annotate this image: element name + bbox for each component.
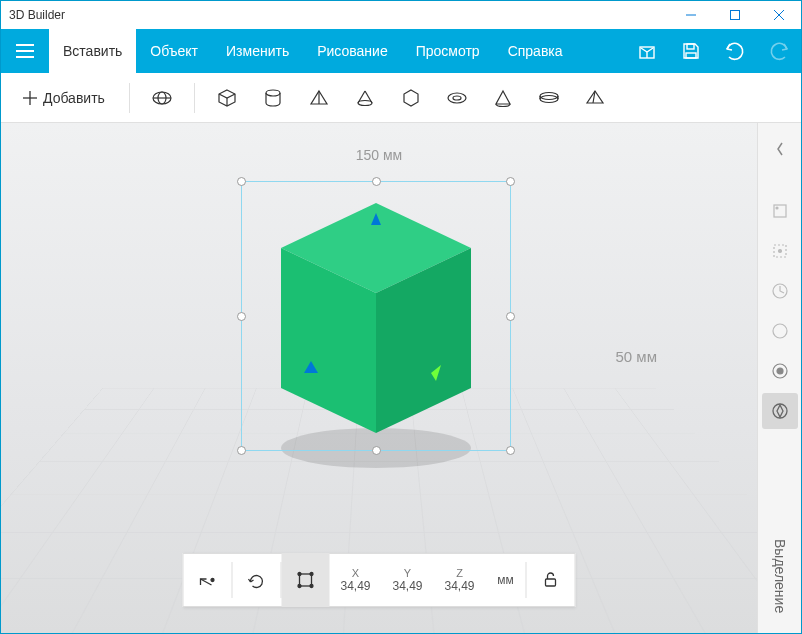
- hexagon-shape-icon[interactable]: [391, 78, 431, 118]
- add-label: Добавить: [43, 90, 105, 106]
- mode-material-icon[interactable]: [762, 353, 798, 389]
- hamburger-button[interactable]: [1, 29, 49, 73]
- selection-box[interactable]: [241, 181, 511, 451]
- dimension-label-right: 50 мм: [616, 348, 657, 365]
- rotate-tool-icon[interactable]: [233, 553, 281, 607]
- pyramid-shape-icon[interactable]: [299, 78, 339, 118]
- add-button[interactable]: Добавить: [11, 84, 117, 112]
- svg-point-33: [776, 207, 778, 209]
- menu-bar: Вставить Объект Изменить Рисование Просм…: [1, 29, 801, 73]
- cube-shape-icon[interactable]: [207, 78, 247, 118]
- svg-point-18: [453, 96, 461, 100]
- svg-rect-1: [731, 11, 740, 20]
- maximize-button[interactable]: [713, 1, 757, 29]
- separator: [194, 83, 195, 113]
- svg-rect-9: [686, 53, 696, 58]
- viewport[interactable]: 150 мм 50 мм: [1, 123, 757, 633]
- redo-icon[interactable]: [757, 29, 801, 73]
- dimension-label-top: 150 мм: [356, 147, 403, 163]
- collapse-icon[interactable]: [762, 131, 798, 167]
- app-title: 3D Builder: [9, 8, 65, 22]
- main-area: 150 мм 50 мм: [1, 123, 801, 633]
- tab-insert[interactable]: Вставить: [49, 29, 136, 73]
- side-panel-label: Выделение: [772, 539, 788, 613]
- svg-point-17: [448, 93, 466, 103]
- separator: [129, 83, 130, 113]
- wedge-shape-icon[interactable]: [483, 78, 523, 118]
- coord-z[interactable]: Z 34,49: [434, 567, 486, 593]
- tetra-shape-icon[interactable]: [575, 78, 615, 118]
- resize-handle[interactable]: [506, 177, 515, 186]
- sphere-shape-icon[interactable]: [142, 78, 182, 118]
- svg-point-35: [778, 250, 781, 253]
- resize-handle[interactable]: [237, 177, 246, 186]
- mode-measure-icon[interactable]: [762, 273, 798, 309]
- svg-rect-26: [300, 574, 312, 586]
- mode-circle-icon[interactable]: [762, 313, 798, 349]
- svg-point-39: [777, 368, 783, 374]
- torus-shape-icon[interactable]: [437, 78, 477, 118]
- svg-rect-31: [546, 579, 556, 586]
- svg-point-28: [310, 573, 313, 576]
- title-bar: 3D Builder: [1, 1, 801, 29]
- ring-shape-icon[interactable]: [529, 78, 569, 118]
- tab-help[interactable]: Справка: [494, 29, 577, 73]
- resize-handle[interactable]: [506, 446, 515, 455]
- scale-tool-icon[interactable]: [282, 553, 330, 607]
- mode-select-icon[interactable]: [762, 233, 798, 269]
- resize-handle[interactable]: [372, 446, 381, 455]
- svg-point-25: [211, 579, 214, 582]
- side-panel: Выделение: [757, 123, 801, 633]
- tab-object[interactable]: Объект: [136, 29, 212, 73]
- tab-draw[interactable]: Рисование: [303, 29, 402, 73]
- coord-y[interactable]: Y 34,49: [382, 567, 434, 593]
- svg-point-29: [298, 585, 301, 588]
- svg-rect-8: [687, 44, 694, 49]
- svg-point-30: [310, 585, 313, 588]
- resize-handle[interactable]: [237, 446, 246, 455]
- resize-handle[interactable]: [506, 312, 515, 321]
- coord-x[interactable]: X 34,49: [330, 567, 382, 593]
- mode-selection-icon[interactable]: [762, 393, 798, 429]
- cone-shape-icon[interactable]: [345, 78, 385, 118]
- mode-object-icon[interactable]: [762, 193, 798, 229]
- move-tool-icon[interactable]: [184, 553, 232, 607]
- save-icon[interactable]: [669, 29, 713, 73]
- print-settings-icon[interactable]: [625, 29, 669, 73]
- svg-point-27: [298, 573, 301, 576]
- svg-point-16: [358, 100, 372, 105]
- tab-view[interactable]: Просмотр: [402, 29, 494, 73]
- lock-icon[interactable]: [527, 553, 575, 607]
- close-button[interactable]: [757, 1, 801, 29]
- transform-bar: X 34,49 Y 34,49 Z 34,49 мм: [183, 553, 576, 607]
- svg-point-37: [773, 324, 787, 338]
- minimize-button[interactable]: [669, 1, 713, 29]
- undo-icon[interactable]: [713, 29, 757, 73]
- cylinder-shape-icon[interactable]: [253, 78, 293, 118]
- shape-toolbar: Добавить: [1, 73, 801, 123]
- resize-handle[interactable]: [372, 177, 381, 186]
- resize-handle[interactable]: [237, 312, 246, 321]
- tab-edit[interactable]: Изменить: [212, 29, 303, 73]
- svg-point-15: [266, 90, 280, 96]
- unit-label[interactable]: мм: [486, 573, 526, 587]
- svg-rect-32: [774, 205, 786, 217]
